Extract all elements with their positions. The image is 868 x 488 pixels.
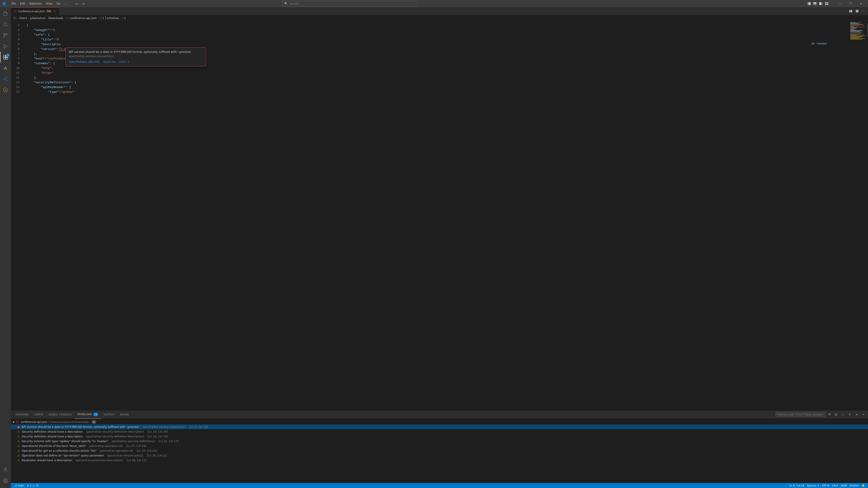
problem-item-4[interactable]: ⚠ Security scheme with type "apiKey" sho…: [11, 439, 868, 444]
source-control-icon[interactable]: [0, 30, 11, 41]
svg-point-20: [6, 77, 7, 78]
ln-4: 4: [12, 37, 23, 42]
view-problem-action[interactable]: View Problem (Alt+F8): [69, 60, 99, 64]
problems-up-btn[interactable]: [847, 412, 852, 417]
problem-item-7[interactable]: ⚠ Operation does not define an "api-vers…: [11, 453, 868, 458]
git-branch-status[interactable]: ⎇ main: [13, 483, 25, 488]
problem-location-2: [Ln 14, Col 20]: [148, 430, 168, 433]
tab-terminal[interactable]: TERMINAL: [13, 411, 32, 419]
problem-item-2[interactable]: ⚠ Security definition should have a desc…: [11, 429, 868, 434]
svg-rect-28: [851, 10, 852, 12]
problem-item-3[interactable]: ⚠ Security definition should have a desc…: [11, 434, 868, 439]
problems-file-name: conference-api.json: [21, 420, 48, 424]
formatter-status[interactable]: Prettier: [848, 483, 860, 488]
problems-file-header[interactable]: ▼ {} conference-api.json C:\Users\juliam…: [11, 420, 868, 424]
more-editor-actions-btn[interactable]: ···: [861, 8, 866, 14]
active-tab[interactable]: {} conference-api.json 9+ ×: [11, 7, 59, 15]
code-line-14: "apiKeyHeader": {: [27, 85, 850, 90]
forward-button[interactable]: →: [81, 1, 86, 6]
ln-5: 5: [12, 42, 23, 47]
problem-location-6: [Ln 37, Col 24]: [137, 449, 157, 452]
split-editor-btn[interactable]: [848, 8, 854, 14]
toggle-sidebar-btn[interactable]: [806, 1, 812, 6]
validation-icon[interactable]: [0, 85, 11, 95]
tooltip-source: spectral(az-version-convention): [69, 55, 114, 58]
eol-status[interactable]: CRLF: [831, 483, 840, 488]
problem-item-8[interactable]: ⚠ Parameter should have a description. s…: [11, 458, 868, 463]
breadcrumb-downloads[interactable]: Downloads: [48, 17, 63, 20]
errors-status[interactable]: ✕ 1 ⚠ 72: [25, 483, 40, 488]
breadcrumb-c[interactable]: C:: [13, 17, 16, 20]
language-status[interactable]: JSON: [839, 483, 848, 488]
collapse-icon-btn[interactable]: [840, 412, 846, 417]
code-editor[interactable]: 1 2 3 4 5 6 7 8 9 10 11 12 13: [11, 21, 850, 411]
explorer-icon[interactable]: [0, 8, 11, 19]
encoding-status[interactable]: UTF-8: [820, 483, 831, 488]
accounts-icon[interactable]: [0, 464, 11, 475]
minimap[interactable]: [850, 21, 868, 411]
filter-input[interactable]: [775, 412, 825, 417]
go-menu[interactable]: Go: [55, 2, 62, 6]
close-panel-btn[interactable]: ✕: [861, 412, 866, 417]
editor-content: 1 2 3 4 5 6 7 8 9 10 11 12 13: [11, 21, 868, 411]
quick-fix-action[interactable]: Quick Fix... (Ctrl+.): [103, 60, 129, 64]
editor-layout-btn[interactable]: [855, 8, 860, 14]
tooltip-actions: View Problem (Alt+F8) Quick Fix... (Ctrl…: [69, 60, 203, 64]
tab-output[interactable]: OUTPUT: [101, 411, 117, 419]
breadcrumb-num[interactable]: 1: [124, 17, 126, 20]
edit-menu[interactable]: Edit: [18, 2, 27, 6]
more-menus[interactable]: ...: [63, 2, 69, 6]
svg-line-24: [5, 78, 6, 79]
problem-item-6[interactable]: ⚠ OperationId for get on a collection sh…: [11, 448, 868, 453]
tab-close-button[interactable]: ×: [53, 9, 57, 13]
extensions-icon[interactable]: 1: [0, 52, 11, 63]
global-search[interactable]: 🔍 Search: [282, 1, 418, 6]
breadcrumb-file[interactable]: conference-api.json: [70, 17, 97, 20]
collaboration-icon[interactable]: [0, 73, 11, 85]
warning-icon-8: ⚠: [17, 458, 20, 462]
svg-rect-16: [4, 55, 5, 57]
settings-icon[interactable]: [0, 475, 11, 486]
run-debug-icon[interactable]: [0, 41, 11, 52]
ln-10: 10: [12, 66, 23, 71]
problems-down-btn[interactable]: [854, 412, 859, 417]
tab-name: conference-api.json: [18, 10, 45, 13]
svg-rect-18: [4, 57, 5, 59]
breadcrumb-juliamuiruri[interactable]: juliamuiruri: [30, 17, 45, 20]
problem-item-5[interactable]: ⚠ OperationId should be of the form "Nou…: [11, 444, 868, 448]
svg-point-21: [4, 78, 5, 79]
breadcrumb-users[interactable]: Users: [19, 17, 27, 20]
file-menu[interactable]: File: [9, 2, 18, 6]
selection-menu[interactable]: Selection: [27, 2, 43, 6]
indentation-status[interactable]: Spaces: 4: [806, 483, 820, 488]
warning-icon-3: ⚠: [17, 435, 20, 438]
minimize-button[interactable]: ─: [835, 0, 845, 7]
problem-source-2: spectral(az-security-definition-descript…: [86, 430, 144, 433]
code-line-3: "info": {: [27, 32, 850, 37]
tab-azure[interactable]: AZURE: [117, 411, 132, 419]
tab-debug-console[interactable]: DEBUG CONSOLE: [46, 411, 75, 419]
svg-point-25: [4, 468, 6, 469]
copy-icon-btn[interactable]: [834, 412, 839, 417]
maximize-button[interactable]: ❐: [845, 0, 856, 7]
filter-icon-btn[interactable]: [827, 412, 832, 417]
toggle-panel-btn[interactable]: [812, 1, 817, 6]
problems-panel[interactable]: ▼ {} conference-api.json C:\Users\juliam…: [11, 419, 868, 483]
breadcrumb-schemes[interactable]: [ ] schemes: [103, 17, 119, 20]
search-activity-icon[interactable]: [0, 19, 11, 30]
tab-ports[interactable]: PORTS: [32, 411, 46, 419]
back-button[interactable]: ←: [74, 1, 80, 6]
spectral-icon[interactable]: A: [0, 63, 11, 73]
notification-status[interactable]: 🔔: [860, 483, 866, 488]
svg-line-11: [6, 25, 7, 26]
view-menu[interactable]: View: [44, 2, 54, 6]
tab-problems[interactable]: PROBLEMS 73: [75, 411, 101, 419]
toggle-auxiliary-btn[interactable]: [818, 1, 824, 6]
close-button[interactable]: ✕: [856, 0, 866, 7]
tooltip-message: API version should be a date in YYYY-MM-…: [69, 50, 203, 59]
cursor-position-status[interactable]: Ln 6, Col 16: [788, 483, 806, 488]
customize-layout-btn[interactable]: [824, 1, 830, 6]
problem-item-1[interactable]: ● API version should be a date in YYYY-M…: [11, 424, 868, 429]
problem-location-3: [Ln 19, Col 19]: [148, 435, 168, 438]
problem-location-4: [Ln 22, Col 13]: [158, 440, 179, 443]
